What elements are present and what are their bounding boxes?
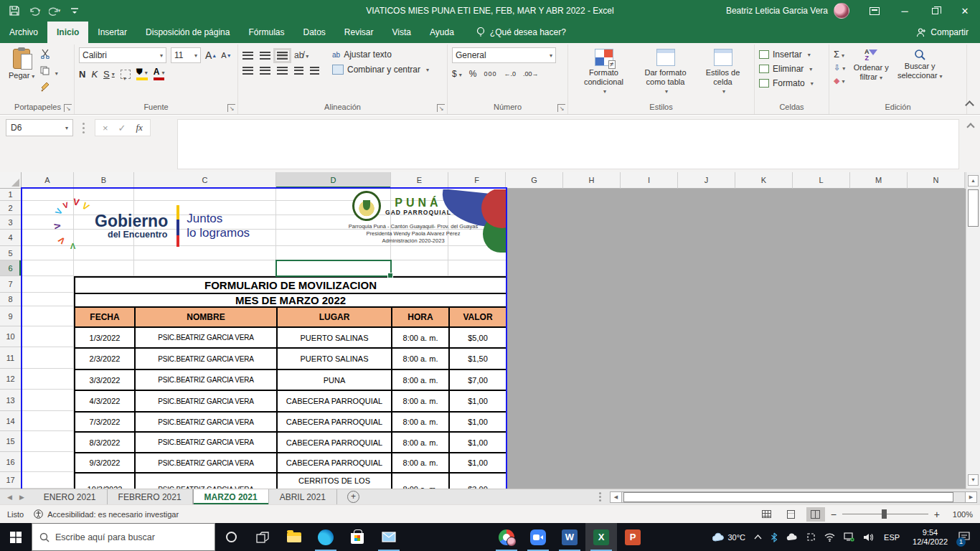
font-size-select[interactable]: 11▾ <box>171 47 201 63</box>
row-header-12[interactable]: 12 <box>0 369 22 390</box>
table-cell[interactable]: PSIC.BEATRIZ GARCIA VERA <box>135 390 277 412</box>
row-header-5[interactable]: 5 <box>0 246 22 260</box>
table-cell[interactable]: 8:00 a. m. <box>392 348 449 369</box>
table-cell[interactable]: 8:00 a. m. <box>392 327 449 348</box>
table-cell[interactable]: PSIC.BEATRIZ GARCIA VERA <box>135 348 277 369</box>
sheet-tab-abril-2021[interactable]: ABRIL 2021 <box>269 489 337 504</box>
vertical-scrollbar[interactable]: ▲ ▼ <box>966 172 980 489</box>
page-layout-view-button[interactable] <box>782 507 801 522</box>
name-box[interactable]: D6 ▾ <box>6 119 73 136</box>
confirm-entry-icon[interactable]: ✓ <box>118 123 126 133</box>
start-button[interactable] <box>0 523 32 551</box>
table-cell[interactable]: CABECERA PARROQUIAL <box>277 432 392 453</box>
clear-button[interactable]: ◆ <box>834 76 845 85</box>
cortana-button[interactable] <box>215 523 247 551</box>
normal-view-button[interactable] <box>758 507 776 522</box>
sheet-tab-febrero-2021[interactable]: FEBRERO 2021 <box>108 489 193 504</box>
column-header-C[interactable]: C <box>134 172 276 189</box>
row-header-11[interactable]: 11 <box>0 347 22 369</box>
zoom-slider-thumb[interactable] <box>882 509 887 519</box>
ribbon-tab-insertar[interactable]: Insertar <box>88 22 136 43</box>
underline-button[interactable]: S <box>103 69 115 80</box>
header-nombre[interactable]: NOMBRE <box>135 307 277 327</box>
merge-center-button[interactable]: Combinar y centrar <box>332 65 429 75</box>
table-cell[interactable]: $1,00 <box>449 390 507 412</box>
sheet-nav-left-icon[interactable]: ◀ <box>7 494 12 501</box>
format-painter-icon[interactable] <box>40 82 57 95</box>
ribbon-tab-vista[interactable]: Vista <box>383 22 420 43</box>
document-subtitle[interactable]: MES DE MARZO 2022 <box>75 293 507 307</box>
column-header-G[interactable]: G <box>506 172 563 189</box>
network-button[interactable] <box>840 523 858 551</box>
table-cell[interactable]: 9/3/2022 <box>75 453 135 473</box>
increase-indent-icon[interactable] <box>310 67 319 75</box>
name-box-dropdown-icon[interactable]: ▾ <box>65 125 68 131</box>
clipboard-dialog-launcher[interactable]: ↘ <box>64 104 72 112</box>
format-as-table-button[interactable]: Dar formato como tabla <box>636 47 695 101</box>
chrome-button[interactable] <box>491 523 522 551</box>
number-dialog-launcher[interactable]: ↘ <box>557 104 565 112</box>
table-cell[interactable]: PSIC.BEATRIZ GARCIA VERA <box>135 432 277 453</box>
align-middle-icon[interactable] <box>260 52 270 60</box>
minimize-button[interactable]: ─ <box>890 0 920 22</box>
table-cell[interactable]: 8:00 a. m. <box>392 412 449 432</box>
currency-format-button[interactable]: $ <box>452 69 462 79</box>
edge-button[interactable] <box>310 523 341 551</box>
restore-button[interactable] <box>920 0 950 22</box>
onedrive-button[interactable] <box>783 523 801 551</box>
table-cell[interactable]: 4/3/2022 <box>75 390 135 412</box>
zoom-level[interactable]: 100% <box>946 510 973 519</box>
scroll-right-icon[interactable]: ▶ <box>965 491 977 503</box>
cancel-entry-icon[interactable]: × <box>103 123 108 133</box>
table-cell[interactable]: $7,00 <box>449 369 507 390</box>
row-header-3[interactable]: 3 <box>0 215 22 230</box>
snip-screen-button[interactable] <box>803 523 819 551</box>
row-header-4[interactable]: 4 <box>0 230 22 246</box>
row-header-1[interactable]: 1 <box>0 189 22 201</box>
delete-cells-button[interactable]: Eliminar <box>759 64 814 74</box>
table-cell[interactable]: CABECERA PARROQUIAL <box>277 412 392 432</box>
table-cell[interactable]: 8:00 a. m. <box>392 473 449 489</box>
scroll-left-icon[interactable]: ◀ <box>610 491 622 503</box>
tray-overflow-button[interactable] <box>750 523 765 551</box>
volume-button[interactable] <box>859 523 877 551</box>
table-cell[interactable]: 10/3/2022 <box>75 473 135 489</box>
percent-format-button[interactable]: % <box>469 69 477 79</box>
scroll-up-icon[interactable]: ▲ <box>968 175 979 187</box>
alignment-dialog-launcher[interactable]: ↘ <box>437 104 445 112</box>
row-header-2[interactable]: 2 <box>0 201 22 215</box>
tell-me-search[interactable]: ¿Qué desea hacer? <box>476 22 566 43</box>
select-all-corner[interactable] <box>0 172 22 189</box>
wrap-text-button[interactable]: abAjustar texto <box>332 50 429 60</box>
formula-input[interactable] <box>177 119 959 169</box>
header-valor[interactable]: VALOR <box>449 307 507 327</box>
insert-function-icon[interactable]: fx <box>136 122 143 133</box>
table-cell[interactable]: $5,00 <box>449 327 507 348</box>
decrease-decimal-icon[interactable]: .00→ <box>523 70 539 77</box>
table-cell[interactable]: 3/3/2022 <box>75 369 135 390</box>
table-cell[interactable]: 7/3/2022 <box>75 412 135 432</box>
wifi-button[interactable] <box>821 523 839 551</box>
action-center-button[interactable]: 1 <box>955 523 979 551</box>
table-cell[interactable]: PSIC.BEATRIZ GARCIA VERA <box>135 369 277 390</box>
table-cell[interactable]: PUERTO SALINAS <box>277 348 392 369</box>
align-center-icon[interactable] <box>260 67 270 75</box>
column-header-B[interactable]: B <box>74 172 134 189</box>
increase-decimal-icon[interactable]: ←.0 <box>504 70 516 77</box>
microsoft-store-button[interactable] <box>341 523 373 551</box>
table-cell[interactable]: CERRITOS DE LOS <box>277 473 392 489</box>
table-cell[interactable]: $1,00 <box>449 412 507 432</box>
table-cell[interactable]: 8:00 a. m. <box>392 453 449 473</box>
scroll-down-icon[interactable]: ▼ <box>968 474 979 486</box>
font-dialog-launcher[interactable]: ↘ <box>227 104 235 112</box>
insert-cells-button[interactable]: Insertar <box>759 50 814 60</box>
outside-print-area[interactable] <box>506 189 966 489</box>
align-left-icon[interactable] <box>242 67 253 75</box>
redo-icon[interactable]: ▾ <box>46 3 63 19</box>
row-header-9[interactable]: 9 <box>0 306 22 326</box>
table-cell[interactable]: CABECERA PARROQUIAL <box>277 453 392 473</box>
font-name-select[interactable]: Calibri▾ <box>79 47 166 63</box>
sheet-nav-right-icon[interactable]: ▶ <box>19 494 24 501</box>
orientation-icon[interactable]: ab̸ <box>294 50 308 60</box>
table-cell[interactable]: PSIC.BEATRIZ GARCIA VERA <box>135 412 277 432</box>
